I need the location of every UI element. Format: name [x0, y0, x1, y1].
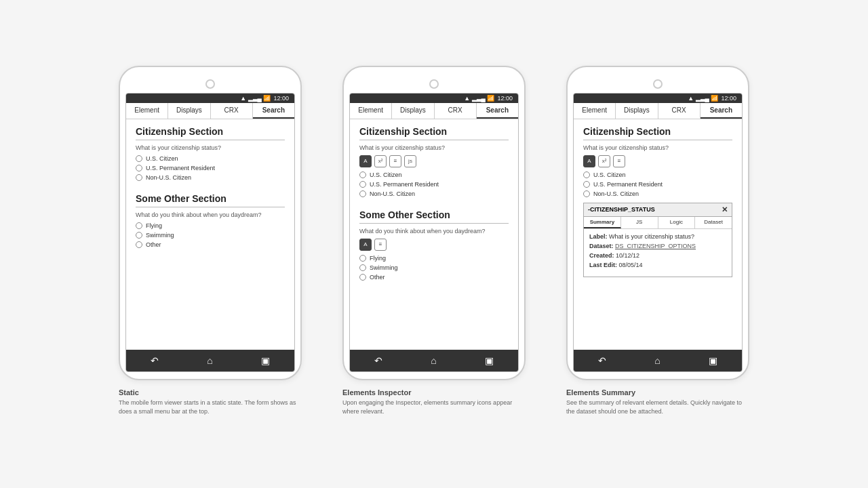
- tab-crx-static[interactable]: CRX: [211, 103, 253, 119]
- radio-circle-insp1: [359, 171, 366, 178]
- bottom-nav-inspector: ↶ ⌂ ▣: [350, 350, 518, 371]
- section-question-citizenship-summary: What is your citizenship status?: [583, 144, 732, 151]
- summary-panel-body: Label: What is your citizenship status? …: [584, 229, 732, 277]
- tab-search-static[interactable]: Search: [253, 103, 294, 119]
- status-icons-summary: ▲ ▂▃▄ 📶: [688, 95, 718, 102]
- section-title-other-static: Some Other Section: [136, 193, 285, 207]
- radio-nonus-inspector: Non-U.S. Citizen: [359, 190, 509, 197]
- radio-swimming-inspector: Swimming: [359, 264, 509, 271]
- phones-row: ▲ ▂▃▄ 📶 12:00 Element Displays CRX Searc…: [119, 66, 749, 415]
- status-bar-summary: ▲ ▂▃▄ 📶 12:00: [574, 94, 742, 103]
- radio-flying-static: Flying: [136, 222, 285, 229]
- insp-icon-x2-summary[interactable]: x²: [598, 155, 610, 167]
- radio-uscitizen-inspector: U.S. Citizen: [359, 171, 509, 178]
- caption-inspector: Elements Inspector Upon engaging the Ins…: [342, 388, 526, 415]
- home-icon-static[interactable]: ⌂: [207, 355, 212, 366]
- insp-icon-js[interactable]: js: [404, 155, 416, 167]
- insp-icon-list-summary[interactable]: ≡: [613, 155, 625, 167]
- tab-element-static[interactable]: Element: [126, 103, 168, 119]
- radio-circle-static: [136, 155, 142, 162]
- radio-label-uspermanent-static: U.S. Permanent Resident: [146, 165, 215, 171]
- home-icon-summary[interactable]: ⌂: [654, 355, 660, 366]
- radio-label-uspermanent-summary: U.S. Permanent Resident: [593, 181, 663, 188]
- summary-panel-close-button[interactable]: ✕: [722, 205, 728, 214]
- radio-circle-insp6: [359, 274, 366, 281]
- phone-static: ▲ ▂▃▄ 📶 12:00 Element Displays CRX Searc…: [119, 66, 302, 380]
- home-icon-inspector[interactable]: ⌂: [431, 355, 436, 366]
- recent-icon-inspector[interactable]: ▣: [485, 355, 494, 366]
- radio-label-uscitizen-summary: U.S. Citizen: [593, 171, 626, 178]
- phone-camera-inspector: [429, 79, 439, 89]
- summary-panel-element-name: -CITIZENSHIP_STATUS: [588, 206, 655, 213]
- section-title-other-inspector: Some Other Section: [359, 209, 509, 224]
- tab-search-summary[interactable]: Search: [701, 103, 742, 119]
- radio-flying-inspector: Flying: [359, 255, 509, 262]
- summary-panel: -CITIZENSHIP_STATUS ✕ Summary JS Logic D…: [583, 203, 732, 277]
- insp-icon-list2[interactable]: ≡: [374, 239, 387, 251]
- caption-desc-inspector: Upon engaging the Inspector, elements su…: [342, 399, 526, 415]
- tab-crx-summary[interactable]: CRX: [658, 103, 701, 119]
- tab-element-summary[interactable]: Element: [574, 103, 616, 119]
- inspector-icons-citizenship: A x² ≡ js: [359, 155, 509, 167]
- summary-tab-summary[interactable]: Summary: [584, 217, 621, 228]
- insp-icon-a-summary[interactable]: A: [583, 155, 595, 167]
- radio-circle-insp2: [359, 181, 366, 188]
- radio-label-swimming-static: Swimming: [146, 232, 174, 239]
- tab-search-inspector[interactable]: Search: [477, 103, 518, 119]
- bottom-nav-summary: ↶ ⌂ ▣: [574, 350, 742, 371]
- summary-tab-logic[interactable]: Logic: [658, 217, 696, 228]
- insp-icon-a[interactable]: A: [359, 155, 372, 167]
- status-time-static: 12:00: [273, 95, 289, 102]
- summary-dataset-value[interactable]: DS_CITIZENSHIP_OPTIONS: [615, 243, 696, 249]
- radio-label-nonus-inspector: Non-U.S. Citizen: [370, 190, 415, 197]
- radio-label-nonus-static: Non-U.S. Citizen: [146, 174, 191, 181]
- radio-label-uspermanent-inspector: U.S. Permanent Resident: [370, 181, 439, 188]
- status-bar-inspector: ▲ ▂▃▄ 📶 12:00: [350, 94, 518, 103]
- tab-bar-summary: Element Displays CRX Search: [574, 103, 742, 119]
- radio-label-other-static: Other: [146, 241, 161, 248]
- back-icon-inspector[interactable]: ↶: [374, 355, 382, 366]
- recent-icon-static[interactable]: ▣: [261, 355, 270, 366]
- status-icons-static: ▲ ▂▃▄ 📶: [240, 95, 271, 102]
- radio-label-swimming-inspector: Swimming: [370, 264, 398, 271]
- radio-label-uscitizen-static: U.S. Citizen: [146, 155, 178, 162]
- back-icon-summary[interactable]: ↶: [598, 355, 606, 366]
- radio-circle4-static: [136, 222, 142, 229]
- summary-tab-js[interactable]: JS: [621, 217, 658, 228]
- phone-inspector-col: ▲ ▂▃▄ 📶 12:00 Element Displays CRX Searc…: [342, 66, 526, 415]
- radio-swimming-static: Swimming: [136, 232, 285, 239]
- phone-camera-static: [205, 79, 215, 89]
- summary-dataset-row: Dataset: DS_CITIZENSHIP_OPTIONS: [589, 243, 726, 249]
- phone-summary: ▲ ▂▃▄ 📶 12:00 Element Displays CRX Searc…: [566, 66, 749, 380]
- radio-uspermanent-inspector: U.S. Permanent Resident: [359, 181, 509, 188]
- tab-crx-inspector[interactable]: CRX: [435, 103, 477, 119]
- radio-circle6-static: [136, 241, 142, 248]
- tab-displays-static[interactable]: Displays: [168, 103, 210, 119]
- radio-label-flying-inspector: Flying: [370, 255, 386, 262]
- phone-screen-inspector: ▲ ▂▃▄ 📶 12:00 Element Displays CRX Searc…: [349, 93, 519, 372]
- insp-icon-x2[interactable]: x²: [374, 155, 387, 167]
- status-time-summary: 12:00: [721, 95, 736, 102]
- recent-icon-summary[interactable]: ▣: [709, 355, 717, 366]
- back-icon-static[interactable]: ↶: [151, 355, 159, 366]
- radio-label-uscitizen-inspector: U.S. Citizen: [370, 171, 402, 178]
- tab-displays-summary[interactable]: Displays: [616, 103, 658, 119]
- summary-tab-dataset[interactable]: Dataset: [695, 217, 732, 228]
- radio-nonus-summary: Non-U.S. Citizen: [583, 190, 732, 197]
- summary-dataset-key: Dataset:: [589, 243, 614, 249]
- radio-circle2-static: [136, 165, 142, 171]
- radio-circle-sum3: [583, 190, 590, 197]
- radio-circle-sum2: [583, 181, 590, 188]
- tab-displays-inspector[interactable]: Displays: [392, 103, 434, 119]
- radio-circle3-static: [136, 174, 142, 181]
- insp-icon-list[interactable]: ≡: [389, 155, 401, 167]
- section-question-other-static: What do you think about when you daydrea…: [136, 211, 285, 218]
- tab-element-inspector[interactable]: Element: [350, 103, 392, 119]
- section-title-citizenship-summary: Citizenship Section: [583, 126, 732, 140]
- summary-label-row: Label: What is your citizenship status?: [589, 233, 726, 240]
- phone-screen-summary: ▲ ▂▃▄ 📶 12:00 Element Displays CRX Searc…: [573, 93, 743, 372]
- insp-icon-a2[interactable]: A: [359, 239, 372, 251]
- caption-static: Static The mobile form viewer starts in …: [119, 388, 302, 415]
- section-question-citizenship-inspector: What is your citizenship status?: [359, 144, 509, 151]
- phone-inspector: ▲ ▂▃▄ 📶 12:00 Element Displays CRX Searc…: [342, 66, 526, 380]
